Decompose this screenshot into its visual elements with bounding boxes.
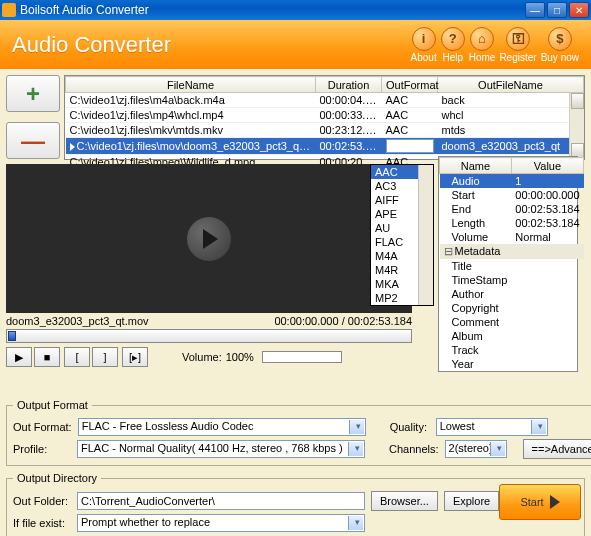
- property-row[interactable]: End00:02:53.184: [440, 202, 584, 216]
- file-table[interactable]: FileName Duration OutFormat OutFileName …: [64, 75, 585, 160]
- metadata-row[interactable]: Album: [440, 329, 584, 343]
- metadata-row[interactable]: TimeStamp: [440, 273, 584, 287]
- table-row[interactable]: C:\video1\zj.files\mkv\mtds.mkv00:23:12.…: [66, 123, 584, 138]
- col-outformat[interactable]: OutFormat: [382, 77, 438, 93]
- property-row[interactable]: Length00:02:53.184: [440, 216, 584, 230]
- app-icon: [2, 3, 16, 17]
- minimize-button[interactable]: —: [525, 2, 545, 18]
- col-name[interactable]: Name: [440, 158, 512, 174]
- video-preview[interactable]: [6, 164, 412, 313]
- app-title: Audio Converter: [12, 32, 411, 58]
- volume-slider[interactable]: [262, 351, 342, 363]
- property-row[interactable]: Audio1: [440, 174, 584, 189]
- dropdown-scrollbar[interactable]: [418, 165, 433, 305]
- file-exist-select[interactable]: Prompt whether to replace: [77, 514, 365, 532]
- help-icon: ?: [441, 27, 465, 51]
- property-row[interactable]: VolumeNormal: [440, 230, 584, 244]
- col-duration[interactable]: Duration: [316, 77, 382, 93]
- maximize-button[interactable]: □: [547, 2, 567, 18]
- remove-file-button[interactable]: —: [6, 122, 60, 159]
- table-scrollbar[interactable]: [569, 93, 584, 159]
- buy-button[interactable]: $Buy now: [541, 27, 579, 63]
- metadata-row[interactable]: Year: [440, 357, 584, 371]
- volume-label: Volume:: [182, 351, 222, 363]
- col-value[interactable]: Value: [511, 158, 583, 174]
- format-dropdown[interactable]: AACAC3AIFFAPEAUFLACM4AM4RMKAMP2: [370, 164, 434, 306]
- volume-value: 100%: [226, 351, 254, 363]
- table-row[interactable]: C:\video1\zj.files\mov\doom3_e32003_pct3…: [66, 138, 584, 155]
- metadata-row[interactable]: Copyright: [440, 301, 584, 315]
- range-button[interactable]: [▸]: [122, 347, 148, 367]
- window-title: Boilsoft Audio Converter: [20, 3, 525, 17]
- metadata-row[interactable]: Comment: [440, 315, 584, 329]
- browser-button[interactable]: Browser...: [371, 491, 438, 511]
- seek-slider[interactable]: [6, 329, 412, 343]
- start-button[interactable]: Start: [499, 484, 581, 520]
- metadata-category[interactable]: Metadata: [440, 244, 584, 259]
- explore-button[interactable]: Explore: [444, 491, 499, 511]
- properties-panel[interactable]: NameValue Audio1Start00:00:00.000End00:0…: [438, 156, 578, 372]
- home-button[interactable]: ⌂Home: [469, 27, 496, 63]
- table-row[interactable]: C:\video1\zj.files\m4a\back.m4a00:00:04.…: [66, 93, 584, 108]
- metadata-row[interactable]: Track: [440, 343, 584, 357]
- play-button[interactable]: ▶: [6, 347, 32, 367]
- col-outfilename[interactable]: OutFileName: [438, 77, 584, 93]
- cart-icon: $: [548, 27, 572, 51]
- advance-button[interactable]: ==>Advance: [523, 439, 591, 459]
- current-file-label: doom3_e32003_pct3_qt.mov: [6, 315, 149, 327]
- profile-select[interactable]: FLAC - Normal Quality( 44100 Hz, stereo …: [77, 440, 365, 458]
- mark-out-button[interactable]: ]: [92, 347, 118, 367]
- mark-in-button[interactable]: [: [64, 347, 90, 367]
- help-button[interactable]: ?Help: [441, 27, 465, 63]
- add-file-button[interactable]: +: [6, 75, 60, 112]
- info-icon: i: [412, 27, 436, 51]
- output-format-group: Output Format Out Format: FLAC - Free Lo…: [6, 399, 591, 466]
- metadata-row[interactable]: Author: [440, 287, 584, 301]
- channels-select[interactable]: 2(stereo): [445, 440, 507, 458]
- stop-button[interactable]: ■: [34, 347, 60, 367]
- quality-select[interactable]: Lowest: [436, 418, 548, 436]
- close-button[interactable]: ✕: [569, 2, 589, 18]
- register-button[interactable]: ⚿Register: [499, 27, 536, 63]
- outformat-select[interactable]: FLAC - Free Lossless Audio Codec: [78, 418, 366, 436]
- key-icon: ⚿: [506, 27, 530, 51]
- time-display: 00:00:00.000 / 00:02:53.184: [274, 315, 412, 327]
- about-button[interactable]: iAbout: [411, 27, 437, 63]
- table-row[interactable]: C:\video1\zj.files\mp4\whcl.mp400:00:33.…: [66, 108, 584, 123]
- metadata-row[interactable]: Title: [440, 259, 584, 273]
- outfolder-input[interactable]: [77, 492, 365, 510]
- col-filename[interactable]: FileName: [66, 77, 316, 93]
- property-row[interactable]: Start00:00:00.000: [440, 188, 584, 202]
- play-overlay-icon[interactable]: [187, 217, 231, 261]
- home-icon: ⌂: [470, 27, 494, 51]
